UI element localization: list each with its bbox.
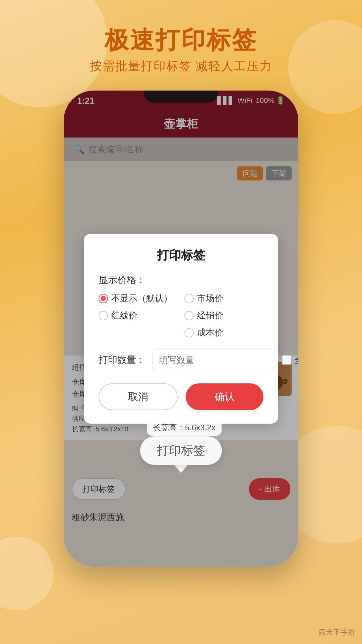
tooltip-main-text: 打印标签 [157, 443, 205, 457]
all-stock-checkbox[interactable] [282, 355, 291, 365]
radio-circle-redline [99, 311, 108, 320]
dialog-title: 打印标签 [99, 247, 263, 264]
radio-cost[interactable]: 成本价 [184, 327, 263, 338]
radio-dealer[interactable]: 经销价 [184, 310, 263, 321]
radio-label-cost: 成本价 [197, 327, 223, 338]
tooltip-bubble: 长宽高：5.6x3.2x 打印标签 [140, 436, 222, 465]
qty-label: 打印数量： [99, 354, 145, 366]
radio-dot-no-show [101, 296, 106, 301]
price-section-label: 显示价格： [99, 274, 263, 286]
price-options-grid: 不显示（默认） 市场价 红线价 经销价 [99, 292, 263, 338]
radio-circle-no-show [99, 294, 108, 303]
main-title: 极速打印标签 [0, 27, 362, 53]
radio-empty-spacer [99, 327, 178, 338]
dialog-overlay: 打印标签 显示价格： 不显示（默认） 市场价 [64, 91, 298, 567]
cancel-button[interactable]: 取消 [99, 383, 178, 410]
phone-screen: 1:21 ▋▋▋ WiFi 100%🔋 壶掌柜 🔍 搜索编号/名称 问题 下架 [64, 91, 298, 567]
tooltip-wrap: 长宽高：5.6x3.2x 打印标签 [140, 436, 222, 473]
all-stock-wrap[interactable]: 全部库存 [282, 354, 298, 366]
radio-redline[interactable]: 红线价 [99, 310, 178, 321]
tooltip-top-text: 长宽高：5.6x3.2x [147, 420, 222, 436]
header-area: 极速打印标签 按需批量打印标签 减轻人工压力 [0, 27, 362, 74]
radio-label-no-show: 不显示（默认） [111, 292, 172, 304]
qty-row: 打印数量： 全部库存 [99, 348, 263, 371]
radio-circle-dealer [184, 311, 194, 320]
radio-market[interactable]: 市场价 [184, 292, 263, 304]
tooltip-arrow [174, 465, 188, 473]
radio-circle-market [184, 294, 194, 303]
phone-mockup: 1:21 ▋▋▋ WiFi 100%🔋 壶掌柜 🔍 搜索编号/名称 问题 下架 [64, 91, 298, 567]
deco-circle-bottom-left [0, 537, 54, 610]
print-label-dialog: 打印标签 显示价格： 不显示（默认） 市场价 [84, 234, 278, 424]
qty-input[interactable] [152, 348, 275, 371]
radio-label-redline: 红线价 [111, 310, 137, 321]
all-stock-label: 全部库存 [295, 354, 298, 366]
radio-no-show[interactable]: 不显示（默认） [99, 292, 178, 304]
sub-title: 按需批量打印标签 减轻人工压力 [0, 58, 362, 74]
radio-label-dealer: 经销价 [197, 310, 223, 321]
dialog-buttons: 取消 确认 [99, 383, 263, 410]
confirm-button[interactable]: 确认 [186, 383, 263, 410]
radio-circle-cost [184, 328, 194, 337]
radio-label-market: 市场价 [197, 292, 223, 304]
watermark: 闹天下手游 [318, 627, 355, 637]
